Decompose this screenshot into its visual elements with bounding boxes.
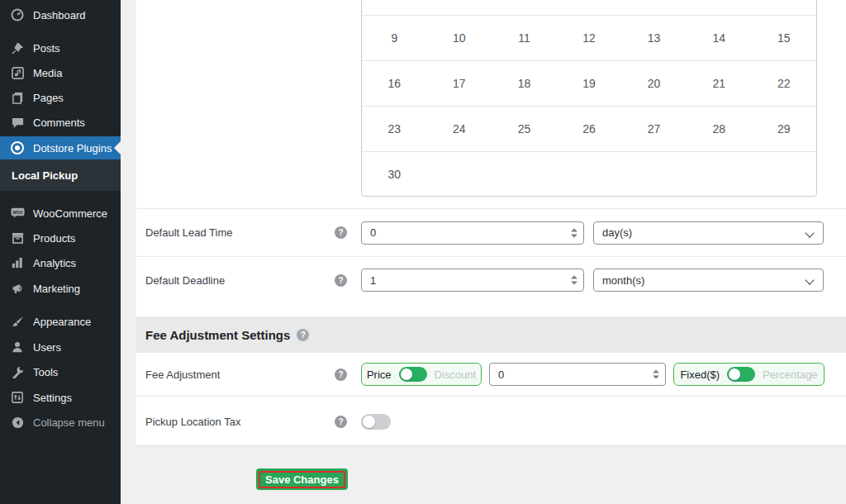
help-icon[interactable]: ? — [335, 368, 347, 381]
sidebar-item-analytics[interactable]: Analytics — [0, 251, 121, 274]
sidebar-item-posts[interactable]: Posts — [0, 36, 121, 59]
calendar-day[interactable]: 20 — [621, 61, 687, 106]
calendar-week-row: 16 17 18 19 20 21 22 — [362, 60, 816, 106]
sidebar-item-label: Marketing — [33, 283, 80, 295]
switch-knob — [363, 416, 375, 428]
price-discount-switch[interactable] — [399, 367, 427, 382]
woocommerce-icon: WOO — [10, 207, 25, 219]
field-label: Pickup Location Tax — [145, 416, 240, 428]
fee-amount-input-wrap — [489, 363, 666, 386]
calendar-day[interactable]: 13 — [621, 16, 687, 60]
calendar-day[interactable]: 16 — [362, 61, 427, 106]
price-discount-toggle-group: Price Discount — [361, 363, 482, 386]
sidebar-subitem-local-pickup[interactable]: Local Pickup — [0, 159, 121, 191]
sidebar-item-label: Settings — [33, 392, 72, 404]
row-fee-adjustment: Fee Adjustment ? Price Discount Fixed($)… — [136, 353, 846, 396]
calendar-day[interactable]: 19 — [557, 61, 622, 106]
save-changes-button[interactable]: Save Changes — [256, 468, 348, 490]
pushpin-icon — [10, 42, 25, 55]
calendar-day[interactable]: 11 — [492, 16, 557, 60]
number-stepper-icon[interactable] — [571, 228, 577, 237]
calendar-day[interactable]: 26 — [557, 107, 622, 151]
lead-time-input[interactable] — [361, 221, 584, 245]
calendar-week-row: 23 24 25 26 27 28 29 — [362, 106, 816, 151]
svg-text:WOO: WOO — [12, 211, 22, 215]
section-title: Fee Adjustment Settings — [145, 328, 290, 342]
user-icon — [10, 341, 25, 353]
sidebar-item-products[interactable]: Products — [0, 226, 121, 250]
sidebar-item-pages[interactable]: Pages — [0, 86, 121, 109]
sidebar-item-users[interactable]: Users — [0, 335, 121, 359]
calendar-day[interactable]: 18 — [492, 61, 557, 106]
number-stepper-icon[interactable] — [653, 370, 659, 379]
field-label: Fee Adjustment — [145, 368, 220, 381]
switch-knob — [401, 368, 412, 380]
sidebar-item-label: WooCommerce — [33, 207, 107, 220]
calendar-day — [492, 152, 557, 197]
fee-amount-input[interactable] — [489, 363, 666, 386]
collapse-menu-button[interactable]: Collapse menu — [0, 411, 121, 434]
sidebar-item-tools[interactable]: Tools — [0, 360, 121, 383]
help-icon[interactable]: ? — [297, 329, 309, 341]
sidebar-item-label: Dotstore Plugins — [33, 142, 112, 155]
sidebar-item-label: Products — [33, 232, 75, 245]
sidebar-item-media[interactable]: Media — [0, 61, 121, 84]
help-icon[interactable]: ? — [335, 416, 347, 428]
field-label: Default Deadline — [145, 274, 225, 287]
calendar-day[interactable]: 23 — [362, 107, 427, 151]
calendar-day — [427, 152, 492, 197]
row-default-lead-time: Default Lead Time ? day(s) — [136, 208, 846, 256]
help-icon[interactable]: ? — [335, 226, 347, 239]
sidebar-item-dotstore-plugins[interactable]: Dotstore Plugins — [0, 136, 121, 159]
calendar-day[interactable]: 22 — [751, 61, 816, 106]
deadline-unit-select[interactable]: month(s) — [593, 269, 824, 292]
lead-time-unit-select[interactable]: day(s) — [593, 221, 824, 245]
pickup-calendar: 9 10 11 12 13 14 15 16 17 18 19 20 21 22… — [361, 0, 817, 197]
calendar-day[interactable]: 12 — [557, 16, 622, 60]
fixed-percentage-switch[interactable] — [727, 367, 755, 382]
calendar-day — [751, 152, 816, 197]
sidebar-item-settings[interactable]: Settings — [0, 386, 121, 409]
products-box-icon — [10, 232, 25, 244]
toggle-option-fixed: Fixed($) — [680, 368, 720, 381]
calendar-day[interactable]: 17 — [427, 61, 492, 106]
admin-content-area: 9 10 11 12 13 14 15 16 17 18 19 20 21 22… — [121, 0, 846, 504]
calendar-day[interactable]: 9 — [362, 16, 427, 60]
calendar-day[interactable]: 30 — [362, 152, 427, 197]
toggle-option-price: Price — [367, 368, 392, 381]
calendar-day[interactable]: 15 — [751, 16, 816, 60]
row-pickup-location-tax: Pickup Location Tax ? — [136, 396, 846, 446]
sidebar-item-dashboard[interactable]: Dashboard — [0, 3, 121, 26]
sidebar-item-label: Tools — [33, 366, 58, 378]
annotation-highlight: Save Changes — [259, 471, 345, 488]
help-icon[interactable]: ? — [335, 274, 347, 287]
sidebar-item-label: Comments — [33, 116, 85, 129]
sidebar-item-marketing[interactable]: Marketing — [0, 277, 121, 300]
calendar-day — [687, 152, 752, 197]
calendar-day[interactable]: 14 — [687, 16, 752, 60]
calendar-day[interactable]: 10 — [427, 16, 492, 60]
calendar-day — [621, 152, 687, 197]
number-stepper-icon[interactable] — [571, 276, 577, 285]
sidebar-item-woocommerce[interactable]: WOO WooCommerce — [0, 202, 121, 225]
toggle-option-percentage: Percentage — [763, 368, 818, 381]
calendar-day[interactable]: 25 — [492, 107, 557, 151]
sidebar-item-label: Collapse menu — [33, 416, 105, 429]
paintbrush-icon — [10, 316, 25, 328]
sidebar-item-label: Posts — [33, 42, 60, 55]
pickup-tax-switch[interactable] — [361, 414, 391, 430]
calendar-day[interactable]: 21 — [687, 61, 752, 106]
row-default-deadline: Default Deadline ? month(s) — [136, 256, 846, 303]
calendar-day[interactable]: 29 — [751, 107, 816, 151]
calendar-week-row — [362, 0, 816, 15]
dashboard-icon — [10, 8, 25, 21]
deadline-input[interactable] — [361, 269, 584, 292]
pages-icon — [10, 92, 25, 104]
wrench-icon — [10, 366, 25, 378]
calendar-day — [557, 152, 622, 197]
calendar-day[interactable]: 28 — [687, 107, 752, 151]
sidebar-item-appearance[interactable]: Appearance — [0, 310, 121, 333]
sidebar-item-comments[interactable]: Comments — [0, 111, 121, 134]
calendar-day[interactable]: 24 — [427, 107, 492, 151]
calendar-day[interactable]: 27 — [621, 107, 687, 151]
